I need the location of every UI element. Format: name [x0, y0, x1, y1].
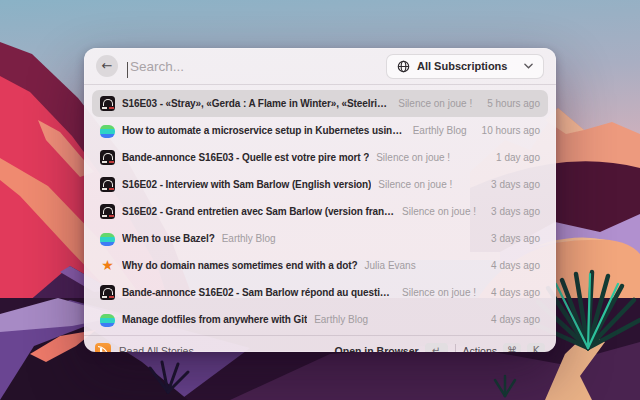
- article-title: S16E03 - «Stray», «Gerda : A Flame in Wi…: [122, 98, 391, 109]
- article-time: 1 day ago: [488, 152, 540, 163]
- silence-on-joue-artwork-icon: [100, 204, 115, 219]
- article-source: Earthly Blog: [314, 314, 368, 325]
- silence-on-joue-artwork-icon: [100, 285, 115, 300]
- article-source: Silence on joue !: [402, 206, 476, 217]
- silence-on-joue-artwork-icon: [100, 96, 115, 111]
- list-item[interactable]: ★ Why do domain names sometimes end with…: [92, 252, 548, 279]
- list-item[interactable]: How to automate a microservice setup in …: [92, 117, 548, 144]
- text-caret: [127, 62, 128, 78]
- footer-separator: [455, 344, 456, 352]
- actions-label: Actions: [463, 345, 497, 353]
- earthly-blog-logo-icon: [100, 125, 115, 138]
- article-title: Manage dotfiles from anywhere with Git: [122, 314, 307, 325]
- star-icon: ★: [100, 258, 115, 273]
- list-item[interactable]: S16E02 - Grand entretien avec Sam Barlow…: [92, 198, 548, 225]
- command-title: Read All Stories: [119, 345, 194, 353]
- cmd-key-badge: ⌘: [503, 343, 521, 353]
- article-title: Bande-annonce S16E02 - Sam Barlow répond…: [122, 287, 395, 298]
- article-source: Silence on joue !: [402, 287, 476, 298]
- earthly-blog-logo-icon: [100, 314, 115, 327]
- subscriptions-dropdown-label: All Subscriptions: [417, 60, 507, 72]
- list-item[interactable]: S16E03 - «Stray», «Gerda : A Flame in Wi…: [92, 90, 548, 117]
- k-key-badge: K: [527, 343, 545, 353]
- results-list: S16E03 - «Stray», «Gerda : A Flame in Wi…: [84, 85, 556, 335]
- article-title: S16E02 - Grand entretien avec Sam Barlow…: [122, 206, 395, 217]
- article-source: Earthly Blog: [222, 233, 276, 244]
- enter-key-badge: ↵: [425, 343, 448, 353]
- silence-on-joue-artwork-icon: [100, 150, 115, 165]
- footer-bar: Read All Stories Open in Browser ↵ Actio…: [84, 335, 556, 352]
- article-title: When to use Bazel?: [122, 233, 215, 244]
- globe-icon: [397, 60, 410, 73]
- list-item[interactable]: Bande-annonce S16E02 - Sam Barlow répond…: [92, 279, 548, 306]
- article-time: 4 days ago: [483, 314, 540, 325]
- article-time: 4 days ago: [483, 287, 540, 298]
- earthly-blog-logo-icon: [100, 233, 115, 246]
- article-title: S16E02 - Interview with Sam Barlow (Engl…: [122, 179, 371, 190]
- article-source: Earthly Blog: [413, 125, 467, 136]
- list-item[interactable]: Bande-annonce S16E03 - Quelle est votre …: [92, 144, 548, 171]
- chevron-down-icon: [524, 63, 533, 69]
- rss-icon: [95, 343, 111, 353]
- search-input[interactable]: [127, 59, 377, 74]
- article-time: 5 hours ago: [479, 98, 540, 109]
- list-item[interactable]: S16E02 - Interview with Sam Barlow (Engl…: [92, 171, 548, 198]
- subscriptions-dropdown[interactable]: All Subscriptions: [386, 54, 544, 79]
- list-item[interactable]: Manage dotfiles from anywhere with Git E…: [92, 306, 548, 333]
- back-button[interactable]: ←: [96, 55, 118, 77]
- article-time: 4 days ago: [483, 260, 540, 271]
- article-time: 3 days ago: [483, 206, 540, 217]
- open-in-browser-action[interactable]: Open in Browser ↵: [335, 343, 448, 353]
- footer-actions: Open in Browser ↵ Actions ⌘ K: [335, 343, 545, 353]
- list-item[interactable]: When to use Bazel? Earthly Blog 3 days a…: [92, 225, 548, 252]
- article-source: Silence on joue !: [398, 98, 472, 109]
- search-field-wrap: [127, 59, 377, 74]
- actions-menu-action[interactable]: Actions ⌘ K: [463, 343, 545, 353]
- search-bar: ← All Subscriptions: [84, 48, 556, 85]
- article-time: 3 days ago: [483, 233, 540, 244]
- open-in-browser-label: Open in Browser: [335, 345, 419, 353]
- article-title: Bande-annonce S16E03 - Quelle est votre …: [122, 152, 369, 163]
- article-time: 10 hours ago: [474, 125, 540, 136]
- article-source: Silence on joue !: [376, 152, 450, 163]
- rss-search-window: ← All Subscriptions S16E03 - «Stray», «G…: [84, 48, 556, 352]
- silence-on-joue-artwork-icon: [100, 177, 115, 192]
- article-title: How to automate a microservice setup in …: [122, 125, 406, 136]
- article-source: Julia Evans: [365, 260, 416, 271]
- article-time: 3 days ago: [483, 179, 540, 190]
- article-source: Silence on joue !: [378, 179, 452, 190]
- article-title: Why do domain names sometimes end with a…: [122, 260, 358, 271]
